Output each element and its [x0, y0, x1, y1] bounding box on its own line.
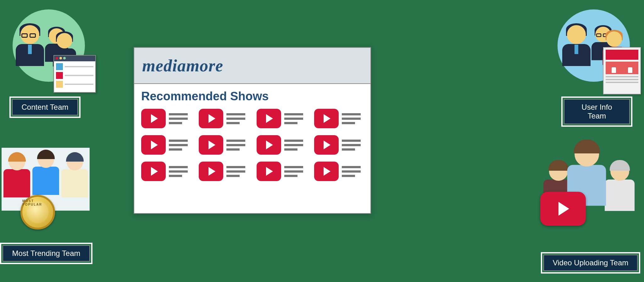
panel-header: mediamore — [134, 48, 370, 84]
play-icon — [314, 162, 339, 181]
video-item — [141, 135, 191, 155]
content-team-group — [6, 9, 91, 82]
trending-team-group: MOST POPULAR — [2, 148, 96, 211]
video-item — [141, 109, 191, 128]
medal-text: MOST POPULAR — [22, 197, 53, 228]
avatar-icon — [605, 162, 635, 211]
video-team-illustration — [543, 143, 635, 234]
play-icon — [141, 109, 166, 128]
play-icon — [540, 192, 586, 226]
video-item — [314, 162, 364, 181]
newspaper-icon — [603, 47, 641, 94]
video-item — [257, 109, 306, 128]
video-item — [314, 135, 364, 155]
video-item — [199, 135, 248, 155]
video-item — [257, 162, 306, 181]
content-team-label: Content Team — [12, 99, 78, 115]
browser-window-icon — [53, 55, 96, 93]
avatar-icon — [562, 22, 591, 63]
avatar-icon — [61, 154, 88, 197]
play-icon — [199, 109, 223, 128]
play-icon — [199, 162, 223, 181]
userinfo-team-group — [551, 9, 636, 82]
video-item — [141, 162, 191, 181]
play-icon — [199, 135, 223, 155]
avatar-icon — [32, 152, 59, 195]
trending-team-label: Most Trending Team — [3, 245, 90, 262]
video-grid — [141, 109, 364, 181]
video-item — [199, 162, 248, 181]
content-team-illustration — [13, 9, 85, 82]
play-icon — [314, 109, 339, 128]
play-icon — [257, 162, 281, 181]
medal-icon: MOST POPULAR — [20, 195, 55, 229]
logo-text: mediamore — [142, 56, 223, 75]
video-team-label: Video Uploading Team — [543, 255, 638, 271]
play-icon — [257, 135, 281, 155]
mediamore-panel: mediamore Recommended Shows — [134, 47, 371, 214]
video-item — [199, 109, 248, 128]
play-icon — [257, 109, 281, 128]
play-icon — [314, 135, 339, 155]
play-icon — [141, 135, 166, 155]
play-icon — [141, 162, 166, 181]
trending-team-illustration: MOST POPULAR — [2, 148, 90, 211]
userinfo-team-label: User Info Team — [564, 99, 630, 124]
userinfo-team-illustration — [558, 9, 630, 82]
avatar-icon — [3, 154, 30, 197]
section-title: Recommended Shows — [141, 90, 364, 103]
avatar-icon — [16, 22, 44, 63]
video-item — [257, 135, 306, 155]
video-item — [314, 109, 364, 128]
video-team-group — [543, 143, 635, 234]
